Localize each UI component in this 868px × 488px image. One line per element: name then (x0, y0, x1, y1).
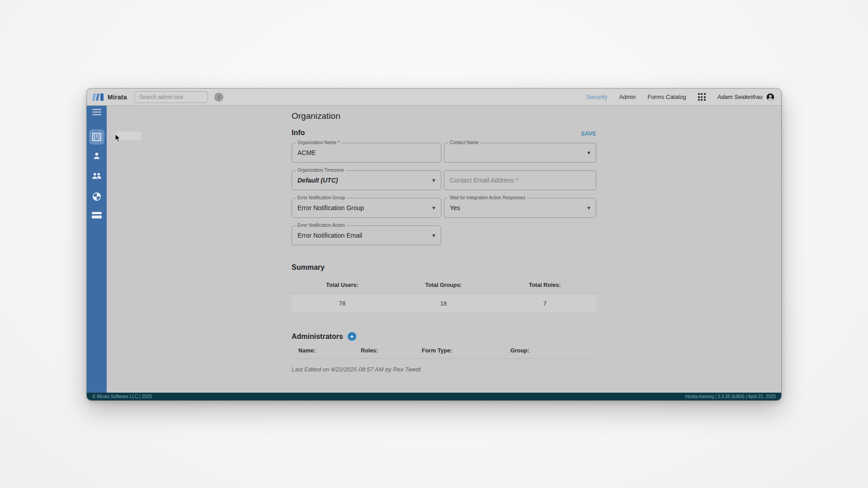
field-label: Contact Name (448, 140, 481, 145)
summary-col-header: Total Roles: (494, 282, 595, 288)
search-input[interactable] (134, 91, 208, 103)
contact-name-select[interactable]: Contact Name ▼ (444, 143, 596, 163)
plus-icon: + (350, 333, 354, 340)
mouse-cursor (115, 134, 121, 142)
field-value: Error Notification Email (297, 232, 362, 239)
info-section-title: Info (292, 129, 305, 137)
user-menu[interactable]: Adam Seidenfrau (717, 93, 775, 102)
field-value: Error Notification Group (297, 204, 364, 211)
chevron-down-icon: ▼ (586, 150, 591, 155)
administrators-section-title: Administrators (292, 333, 343, 341)
content-area: Organization Info SAVE Organization Name… (107, 106, 781, 393)
nav-admin[interactable]: Admin (619, 94, 636, 100)
field-value: Yes (450, 204, 460, 211)
logo-text: Mirata (108, 94, 127, 101)
field-label: Error Notification Action (296, 223, 347, 228)
admin-col-form-type: Form Type: (422, 347, 510, 354)
groups-icon (91, 172, 102, 180)
info-icon[interactable]: i (214, 93, 223, 102)
organization-name-field[interactable]: Organization Name * ACME (292, 143, 441, 163)
chevron-down-icon: ▼ (586, 205, 591, 211)
total-users-value: 78 (292, 300, 393, 307)
info-form: Organization Name * ACME Contact Name ▼ … (292, 143, 596, 245)
error-notification-action-select[interactable]: Error Notification Action Error Notifica… (292, 225, 441, 245)
field-value: Default (UTC) (297, 177, 338, 184)
last-edited-note: Last Edited on 4/22/2025 08:57 AM by Rex… (292, 366, 596, 373)
summary-col-header: Total Users: (292, 282, 393, 288)
admin-col-roles: Roles: (361, 347, 422, 354)
error-notification-group-select[interactable]: Error Notification Group Error Notificat… (292, 198, 441, 218)
top-bar: Mirata i Security Admin Forms Catalog Ad… (87, 89, 781, 106)
summary-col-header: Total Groups: (393, 282, 494, 288)
mirata-logo[interactable]: Mirata (92, 93, 127, 102)
summary-values-row: 78 18 7 (292, 293, 596, 313)
status-bar: © Mirata Software LLC | 2025 mirata-trai… (87, 393, 781, 400)
mirata-logo-icon (92, 93, 105, 102)
sidebar-item-groups[interactable] (91, 172, 102, 180)
sidebar-item-forms[interactable] (92, 211, 102, 219)
field-label: Error Notification Group (296, 195, 347, 200)
nav-forms-catalog[interactable]: Forms Catalog (647, 94, 686, 100)
field-label: Organization Name * (296, 140, 341, 145)
admin-col-group: Group: (510, 347, 596, 354)
organization-building-icon (92, 133, 101, 141)
sidebar-menu-toggle[interactable] (92, 108, 101, 116)
summary-section-title: Summary (292, 263, 596, 272)
field-label: Wait for Integration Action Responses (448, 195, 527, 200)
field-placeholder: Contact Email Address * (450, 177, 518, 184)
sidebar-item-organization[interactable] (89, 129, 104, 145)
footer-version: mirata-training | 3.3.35 (b364) | April … (685, 394, 776, 399)
organization-timezone-select[interactable]: Organization Timezone Default (UTC) ▼ (292, 170, 441, 190)
menu-icon (92, 108, 101, 116)
sidebar-item-globe[interactable] (92, 192, 101, 201)
administrators-table-header: Name: Roles: Form Type: Group: (292, 347, 596, 359)
page-title: Organization (292, 111, 596, 121)
active-item-highlight (89, 129, 104, 145)
user-icon (92, 151, 101, 160)
chevron-down-icon: ▼ (431, 178, 436, 183)
total-roles-value: 7 (494, 300, 595, 307)
summary-table: Total Users: Total Groups: Total Roles: … (292, 277, 596, 313)
chevron-down-icon: ▼ (431, 233, 436, 238)
admin-col-name: Name: (298, 347, 361, 354)
nav-security[interactable]: Security (586, 94, 607, 100)
chevron-down-icon: ▼ (431, 205, 436, 211)
field-label: Organization Timezone (296, 168, 346, 173)
total-groups-value: 18 (393, 300, 494, 307)
forms-icon (92, 211, 102, 219)
save-button[interactable]: SAVE (581, 131, 596, 137)
footer-copyright: © Mirata Software LLC | 2025 (92, 394, 152, 399)
globe-icon (92, 192, 101, 201)
app-window: Mirata i Security Admin Forms Catalog Ad… (87, 89, 781, 400)
wait-integration-responses-select[interactable]: Wait for Integration Action Responses Ye… (444, 198, 596, 218)
field-value: ACME (297, 149, 316, 156)
user-name: Adam Seidenfrau (717, 94, 763, 100)
add-administrator-button[interactable]: + (348, 332, 356, 341)
contact-email-field[interactable]: Contact Email Address * (444, 170, 596, 190)
sidebar-item-users[interactable] (92, 151, 101, 160)
account-circle-icon (766, 93, 775, 102)
sidebar (87, 106, 107, 393)
apps-grid-icon[interactable] (698, 93, 706, 101)
